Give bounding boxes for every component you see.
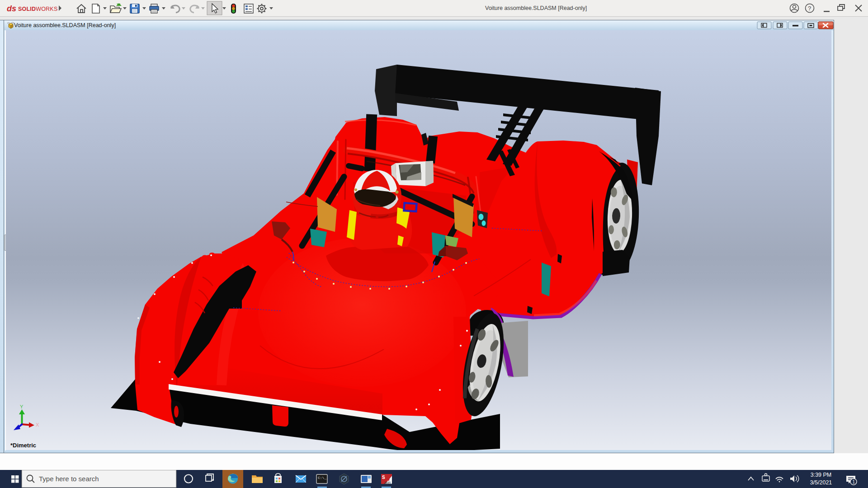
svg-text:Y: Y — [20, 404, 24, 409]
svg-text:X: X — [36, 422, 39, 427]
svg-text:*Dimetric: *Dimetric — [10, 442, 36, 449]
svg-text:ds: ds — [7, 4, 16, 13]
svg-text:S: S — [382, 475, 385, 480]
svg-text:?: ? — [808, 5, 811, 12]
svg-text:2021: 2021 — [384, 481, 391, 484]
svg-text:SOLIDWORKS: SOLIDWORKS — [18, 6, 57, 12]
svg-text:Type here to search: Type here to search — [39, 475, 99, 483]
svg-text:C:\_: C:\_ — [318, 476, 326, 480]
svg-text:1: 1 — [853, 479, 855, 484]
